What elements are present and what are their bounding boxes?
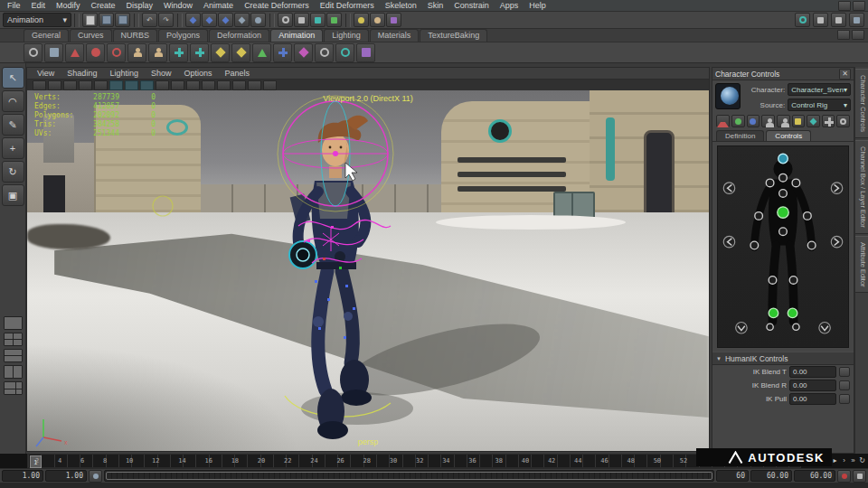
- shelf-icon-curve-tool[interactable]: [315, 43, 334, 62]
- rotate-tool-button[interactable]: ↻: [2, 161, 24, 183]
- tab-controls[interactable]: Controls: [766, 130, 811, 141]
- paint-select-tool-button[interactable]: ✎: [2, 114, 24, 136]
- animation-end-field[interactable]: 60.00: [750, 470, 792, 482]
- range-slider-handle[interactable]: [106, 472, 712, 480]
- menu-create-deformers[interactable]: Create Deformers: [239, 0, 315, 12]
- shelf-icon-character-rig[interactable]: [148, 43, 167, 62]
- shelf-icon-locator[interactable]: [273, 43, 292, 62]
- snap-point-icon[interactable]: [218, 13, 233, 27]
- time-slider[interactable]: 1 24681012141618202224262830323436384042…: [27, 454, 801, 468]
- screen-space-ao-icon[interactable]: [171, 80, 184, 90]
- menu-help[interactable]: Help: [524, 0, 552, 12]
- hik-pin-rotate-icon[interactable]: [836, 115, 850, 127]
- shadows-icon[interactable]: [156, 80, 169, 90]
- ik-blend-r-slider[interactable]: [839, 380, 850, 390]
- panel-menu-view[interactable]: View: [31, 68, 61, 79]
- motion-blur-icon[interactable]: [186, 80, 200, 90]
- multisample-icon[interactable]: [202, 80, 215, 90]
- shelf-icon-motion-trail[interactable]: [86, 43, 105, 62]
- render-icon[interactable]: [354, 13, 369, 27]
- ipr-render-icon[interactable]: [370, 13, 385, 27]
- menu-window[interactable]: Window: [158, 0, 198, 12]
- scene-end-field[interactable]: 60.00: [794, 470, 835, 482]
- shelf-icon-playblast[interactable]: [65, 43, 84, 62]
- shelf-icon-character-set[interactable]: [127, 43, 146, 62]
- shelf-tab-animation[interactable]: Animation: [270, 29, 323, 42]
- range-slider[interactable]: [104, 470, 714, 482]
- humanik-controls-section[interactable]: ▼ HumanIK Controls: [712, 352, 854, 365]
- panel-menu-shading[interactable]: Shading: [61, 68, 103, 79]
- shelf-icon-set-key[interactable]: [24, 43, 42, 62]
- shelf-icon-set-driven-key[interactable]: [252, 43, 271, 62]
- shelf-tab-nurbs[interactable]: NURBS: [113, 29, 158, 42]
- lock-camera-icon[interactable]: [48, 80, 61, 90]
- snap-grid-icon[interactable]: [185, 13, 201, 27]
- tab-attribute-editor[interactable]: Attribute Editor: [855, 236, 868, 294]
- channel-box-toggle-icon[interactable]: [849, 13, 864, 27]
- snap-curve-icon[interactable]: [202, 13, 217, 27]
- panel-menu-panels[interactable]: Panels: [218, 68, 256, 79]
- shelf-icon-hik[interactable]: [335, 43, 354, 62]
- layout-three-pane-button[interactable]: [4, 381, 23, 395]
- shelf-tab-general[interactable]: General: [24, 29, 69, 42]
- shelf-icon-ghosting[interactable]: [107, 43, 126, 62]
- shelf-tab-lighting[interactable]: Lighting: [324, 29, 369, 42]
- hik-selection-icon[interactable]: [792, 115, 806, 127]
- select-tool-button[interactable]: ↖: [2, 67, 24, 89]
- menu-animate[interactable]: Animate: [198, 0, 239, 12]
- shelf-tab-materials[interactable]: Materials: [370, 29, 420, 42]
- shelf-tab-polygons[interactable]: Polygons: [158, 29, 208, 42]
- loop-toggle-button[interactable]: ↻: [858, 455, 866, 466]
- wireframe-on-shaded-icon[interactable]: [248, 80, 261, 90]
- shelf-icon-ik-handle[interactable]: [169, 43, 188, 62]
- move-tool-button[interactable]: +: [2, 137, 24, 159]
- menu-create[interactable]: Create: [86, 0, 121, 12]
- go-to-end-button[interactable]: »: [849, 455, 857, 466]
- animation-start-field[interactable]: 1.00: [2, 470, 43, 482]
- select-component-icon[interactable]: [326, 13, 342, 27]
- menu-edit[interactable]: Edit: [26, 0, 52, 12]
- hik-full-body-icon[interactable]: [761, 115, 775, 127]
- new-scene-icon[interactable]: [82, 13, 98, 27]
- hik-pin-translate-icon[interactable]: [822, 115, 835, 127]
- select-camera-icon[interactable]: [33, 80, 46, 90]
- image-plane-icon[interactable]: [94, 80, 108, 90]
- menu-constrain[interactable]: Constrain: [448, 0, 495, 12]
- menuset-dropdown[interactable]: Animation ▾: [3, 13, 71, 27]
- snap-center-icon[interactable]: [250, 13, 266, 27]
- shelf-icon-joint-tool[interactable]: [211, 43, 230, 62]
- menu-apps[interactable]: Apps: [495, 0, 524, 12]
- hik-mirror-icon[interactable]: [747, 115, 760, 127]
- shelf-tab-curves[interactable]: Curves: [70, 29, 112, 42]
- grid-toggle-icon[interactable]: [263, 80, 277, 90]
- construction-history-icon[interactable]: [278, 13, 293, 27]
- animation-preferences-icon[interactable]: [853, 470, 866, 483]
- select-object-icon[interactable]: [310, 13, 326, 27]
- panel-menu-lighting[interactable]: Lighting: [103, 68, 145, 79]
- viewport-scene[interactable]: x Verts:2877390 Edges:4128570 Polygons:2…: [27, 90, 709, 451]
- auto-keyframe-toggle[interactable]: [837, 470, 851, 483]
- camera-attributes-icon[interactable]: [63, 80, 77, 90]
- shelf-tab-texturebaking[interactable]: TextureBaking: [420, 29, 487, 42]
- layout-four-pane-button[interactable]: [4, 333, 23, 346]
- menu-modify[interactable]: Modify: [51, 0, 86, 12]
- textured-icon[interactable]: [125, 80, 138, 90]
- shelf-edit-icon[interactable]: [852, 30, 864, 40]
- xray-icon[interactable]: [232, 80, 246, 90]
- modeling-toolkit-icon[interactable]: [795, 13, 810, 27]
- attribute-editor-toggle-icon[interactable]: [813, 13, 828, 27]
- select-hierarchy-icon[interactable]: [294, 13, 309, 27]
- redo-icon[interactable]: ↷: [158, 13, 174, 27]
- step-forward-frame-button[interactable]: ›: [840, 455, 848, 466]
- shelf-icon-set-breakdown[interactable]: [44, 43, 63, 62]
- undo-icon[interactable]: ↶: [142, 13, 157, 27]
- menu-skin[interactable]: Skin: [422, 0, 449, 12]
- hik-body-part-icon[interactable]: [777, 115, 790, 127]
- shelf-icon-ik-spline[interactable]: [190, 43, 209, 62]
- hik-key-icon[interactable]: [807, 115, 820, 127]
- panel-menu-show[interactable]: Show: [145, 68, 178, 79]
- ik-pull-field[interactable]: 0.00: [789, 393, 836, 405]
- tab-channel-box-layer-editor[interactable]: Channel Box / Layer Editor: [855, 140, 868, 234]
- open-scene-icon[interactable]: [99, 13, 114, 27]
- render-settings-icon[interactable]: [386, 13, 401, 27]
